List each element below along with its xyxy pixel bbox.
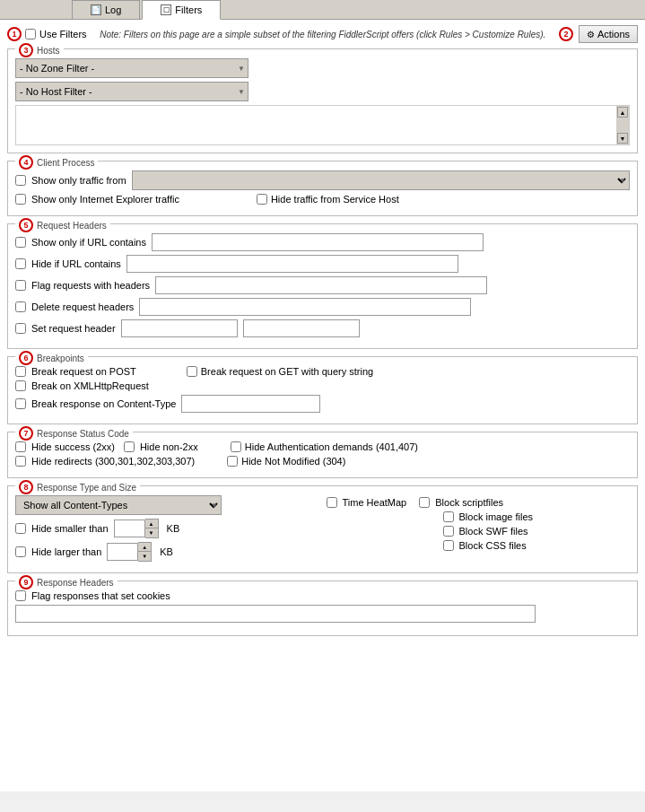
delete-headers-row: Delete request headers <box>15 298 630 316</box>
host-filter-select[interactable]: - No Host Filter - <box>15 82 248 101</box>
section-response-status-label: 7 Response Status Code <box>15 426 133 441</box>
break-xml-label[interactable]: Break on XMLHttpRequest <box>31 380 149 391</box>
time-heatmap-label[interactable]: Time HeatMap <box>343 497 407 508</box>
larger-down-btn[interactable]: ▼ <box>138 552 151 561</box>
break-content-type-label[interactable]: Break response on Content-Type <box>31 398 176 409</box>
hide-smaller-checkbox[interactable] <box>15 523 26 534</box>
circle-3: 3 <box>19 43 33 57</box>
delete-headers-input[interactable] <box>139 298 471 316</box>
section-hosts: 3 Hosts - No Zone Filter - Intranet Inte… <box>7 48 638 153</box>
set-header-label[interactable]: Set request header <box>31 323 116 334</box>
hide-non2xx-checkbox[interactable] <box>124 441 135 452</box>
hosts-textarea[interactable] <box>16 106 616 145</box>
break-post-label[interactable]: Break request on POST <box>31 366 136 377</box>
set-header-checkbox[interactable] <box>15 323 26 334</box>
hide-url-label[interactable]: Hide if URL contains <box>31 258 121 269</box>
use-filters-label[interactable]: Use Filters <box>39 29 87 39</box>
hide-not-modified-label[interactable]: Hide Not Modified (304) <box>241 456 345 467</box>
flag-cookies-checkbox[interactable] <box>15 590 26 601</box>
hide-service-host-checkbox[interactable] <box>257 194 267 205</box>
zone-filter-select[interactable]: - No Zone Filter - Intranet Internet Tru… <box>15 58 248 78</box>
zone-filter-row: - No Zone Filter - Intranet Internet Tru… <box>15 58 630 78</box>
content-type-container[interactable]: Show all Content-Types Hide image files … <box>15 495 222 515</box>
hide-service-host-label[interactable]: Hide traffic from Service Host <box>271 194 399 205</box>
checkbox-icon: ☐ <box>161 4 171 15</box>
break-get-label[interactable]: Break request on GET with query string <box>201 366 373 377</box>
response-type-right: Time HeatMap Block scriptfiles Block ima… <box>327 495 631 565</box>
show-traffic-label[interactable]: Show only traffic from <box>31 175 126 186</box>
block-image-row: Block image files <box>327 511 631 522</box>
show-url-checkbox[interactable] <box>15 237 26 248</box>
traffic-dropdown[interactable] <box>132 170 630 190</box>
show-url-input[interactable] <box>152 233 484 251</box>
hide-auth-checkbox[interactable] <box>231 441 241 452</box>
show-ie-checkbox[interactable] <box>15 194 26 205</box>
flag-requests-row: Flag requests with headers <box>15 276 630 294</box>
show-traffic-checkbox[interactable] <box>15 175 26 186</box>
section-client-process: 4 Client Process Show only traffic from … <box>7 161 638 216</box>
circle-6: 6 <box>19 351 33 365</box>
scroll-up-btn[interactable]: ▲ <box>617 107 628 118</box>
block-css-checkbox[interactable] <box>443 540 454 551</box>
set-header-name-input[interactable] <box>121 319 238 337</box>
hide-redirects-label[interactable]: Hide redirects (300,301,302,303,307) <box>31 456 195 467</box>
hide-non2xx-label[interactable]: Hide non-2xx <box>140 441 198 452</box>
break-post-checkbox[interactable] <box>15 366 26 377</box>
hide-url-input[interactable] <box>126 255 458 273</box>
flag-requests-checkbox[interactable] <box>15 280 26 291</box>
response-headers-input[interactable] <box>15 605 536 623</box>
show-ie-label[interactable]: Show only Internet Explorer traffic <box>31 194 179 205</box>
response-type-left: Show all Content-Types Hide image files … <box>15 495 319 565</box>
scroll-down-btn[interactable]: ▼ <box>617 133 628 144</box>
hide-smaller-value[interactable]: 1 <box>114 520 145 537</box>
block-image-label[interactable]: Block image files <box>459 511 534 522</box>
hide-smaller-spinner: 1 ▲ ▼ <box>114 519 159 538</box>
use-filters-checkbox[interactable] <box>25 29 36 39</box>
break-content-type-input[interactable] <box>181 395 320 413</box>
hide-not-modified-checkbox[interactable] <box>227 456 238 467</box>
tab-log[interactable]: 📄 Log <box>72 0 140 19</box>
hide-url-row: Hide if URL contains <box>15 255 630 273</box>
block-swf-label[interactable]: Block SWF files <box>459 526 528 537</box>
hide-auth-label[interactable]: Hide Authentication demands (401,407) <box>245 441 418 452</box>
actions-button[interactable]: ⚙ Actions <box>579 25 638 43</box>
block-css-label[interactable]: Block CSS files <box>459 540 527 551</box>
hide-larger-row: Hide larger than 1 ▲ ▼ KB <box>15 542 319 562</box>
time-heatmap-checkbox[interactable] <box>327 497 337 508</box>
block-script-checkbox[interactable] <box>419 497 430 508</box>
delete-headers-checkbox[interactable] <box>15 301 26 312</box>
flag-requests-label[interactable]: Flag requests with headers <box>31 280 150 291</box>
show-url-label[interactable]: Show only if URL contains <box>31 237 146 248</box>
hide-success-checkbox[interactable] <box>15 441 26 452</box>
zone-filter-container[interactable]: - No Zone Filter - Intranet Internet Tru… <box>15 58 248 78</box>
smaller-kb-label: KB <box>167 523 180 534</box>
block-image-checkbox[interactable] <box>443 511 454 522</box>
delete-headers-label[interactable]: Delete request headers <box>31 301 134 312</box>
flag-cookies-label[interactable]: Flag responses that set cookies <box>31 590 170 601</box>
content-type-select[interactable]: Show all Content-Types Hide image files … <box>15 495 222 515</box>
circle-9: 9 <box>19 575 33 589</box>
smaller-down-btn[interactable]: ▼ <box>145 528 158 537</box>
hide-smaller-row: Hide smaller than 1 ▲ ▼ KB <box>15 519 319 538</box>
block-swf-checkbox[interactable] <box>443 526 454 537</box>
smaller-up-btn[interactable]: ▲ <box>145 520 158 528</box>
set-header-value-input[interactable] <box>243 319 360 337</box>
tab-filters[interactable]: ☐ Filters <box>142 0 221 20</box>
host-filter-container[interactable]: - No Host Filter - <box>15 82 248 101</box>
break-content-type-checkbox[interactable] <box>15 398 26 409</box>
hide-success-label[interactable]: Hide success (2xx) <box>31 441 115 452</box>
circle-7: 7 <box>19 426 33 441</box>
break-get-checkbox[interactable] <box>187 366 197 377</box>
break-xml-checkbox[interactable] <box>15 380 26 391</box>
hide-larger-value[interactable]: 1 <box>107 543 138 561</box>
block-script-label[interactable]: Block scriptfiles <box>435 497 503 508</box>
hide-larger-label[interactable]: Hide larger than <box>31 546 101 557</box>
traffic-dropdown-container[interactable] <box>132 170 630 190</box>
hide-larger-checkbox[interactable] <box>15 546 26 557</box>
hide-smaller-label[interactable]: Hide smaller than <box>31 523 109 534</box>
larger-up-btn[interactable]: ▲ <box>138 543 151 552</box>
section-breakpoints-label: 6 Breakpoints <box>15 351 88 365</box>
flag-requests-input[interactable] <box>155 276 487 294</box>
hide-redirects-checkbox[interactable] <box>15 456 26 467</box>
hide-url-checkbox[interactable] <box>15 258 26 269</box>
